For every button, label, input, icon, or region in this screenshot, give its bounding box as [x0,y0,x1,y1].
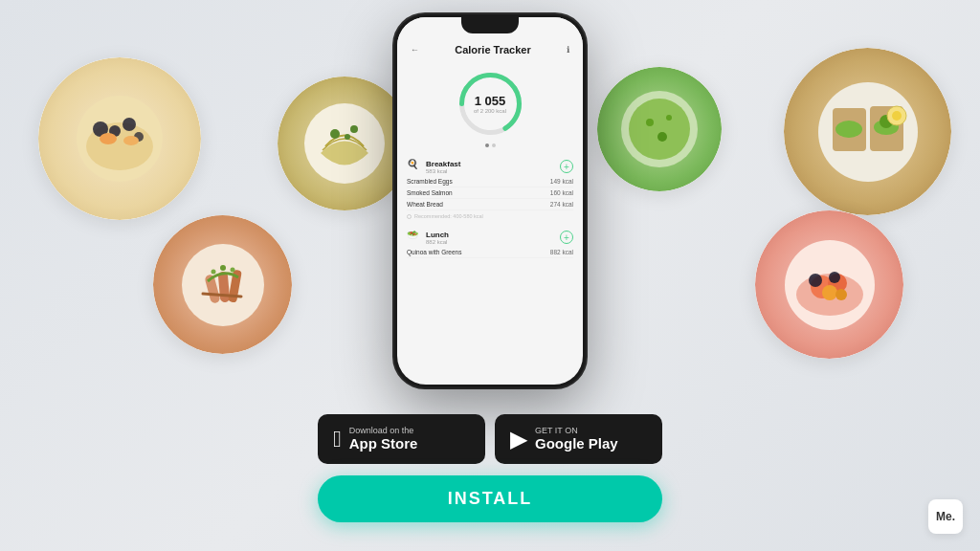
calorie-total: of 2 200 kcal [474,108,506,114]
info-icon: ℹ [567,45,569,55]
svg-point-16 [657,132,667,142]
svg-point-22 [220,265,226,271]
app-store-large-text: App Store [349,435,418,452]
food-item-eggs: Scrambled Eggs 149 kcal [407,176,573,187]
bread-kcal: 274 kcal [550,201,573,208]
quinoa-name: Quinoa with Greens [407,249,461,255]
food-circle-bowl [755,210,903,359]
lunch-header: 🥗 Lunch 882 kcal + [407,226,573,247]
svg-point-38 [809,274,822,287]
food-circle-pasta [278,77,412,210]
google-play-icon: ▶ [510,426,527,452]
app-store-small-text: Download on the [349,426,418,436]
google-play-text: GET IT ON Google Play [535,426,618,453]
calorie-ring: 1 055 of 2 200 kcal [455,68,526,140]
quinoa-kcal: 882 kcal [550,249,573,255]
svg-point-24 [230,267,234,272]
food-item-quinoa: Quinoa with Greens 882 kcal [407,247,573,258]
calorie-number: 1 055 [474,94,506,109]
breakfast-title-area: 🍳 Breakfast 583 kcal [407,159,460,174]
svg-point-6 [100,133,117,144]
food-circle-oatmeal [38,57,201,220]
recommended-label: Recommended: 400-580 kcal [414,213,483,219]
lunch-kcal: 882 kcal [426,239,449,245]
store-buttons-container:  Download on the App Store ▶ GET IT ON … [318,414,662,464]
food-item-salmon: Smoked Salmon 160 kcal [407,187,573,199]
lunch-title-area: 🥗 Lunch 882 kcal [407,230,449,245]
svg-point-40 [822,285,837,300]
dot-1 [485,143,489,147]
food-circle-toast [784,48,951,215]
google-play-small-text: GET IT ON [535,426,618,436]
food-item-bread: Wheat Bread 274 kcal [407,199,573,210]
phone-screen: ← Calorie Tracker ℹ 1 055 of 2 200 kcal [397,17,583,385]
dot-2 [492,143,496,147]
app-store-text: Download on the App Store [349,426,418,453]
food-circle-smoothie [597,67,722,191]
rec-dot [407,214,412,219]
salmon-name: Smoked Salmon [407,189,453,196]
phone-notch [461,14,519,33]
svg-point-23 [211,269,215,274]
svg-point-14 [646,119,654,126]
app-store-button[interactable]:  Download on the App Store [318,414,485,464]
breakfast-info: Breakfast 583 kcal [426,160,460,174]
install-button[interactable]: INSTALL [318,475,662,522]
google-play-button[interactable]: ▶ GET IT ON Google Play [495,414,662,464]
phone-mockup: ← Calorie Tracker ℹ 1 055 of 2 200 kcal [394,14,586,387]
eggs-name: Scrambled Eggs [407,178,453,185]
lunch-info: Lunch 882 kcal [426,231,449,245]
bread-name: Wheat Bread [407,201,443,208]
lunch-icon: 🥗 [407,230,422,245]
svg-point-15 [666,115,672,121]
eggs-kcal: 149 kcal [550,178,573,185]
svg-point-39 [829,272,840,283]
app-title: Calorie Tracker [455,44,531,55]
breakfast-icon: 🍳 [407,159,422,174]
lunch-name: Lunch [426,231,449,239]
google-play-large-text: Google Play [535,435,618,452]
phone-body: ← Calorie Tracker ℹ 1 055 of 2 200 kcal [394,14,586,387]
lunch-add-button[interactable]: + [560,231,573,244]
carousel-dots [485,143,496,147]
breakfast-kcal: 583 kcal [426,168,460,174]
svg-point-11 [345,134,350,140]
svg-point-3 [122,118,136,131]
svg-point-7 [123,136,139,145]
svg-point-33 [892,111,902,121]
recommended-text: Recommended: 400-580 kcal [407,210,573,222]
svg-point-41 [835,289,847,300]
svg-point-28 [835,121,862,138]
svg-point-13 [629,99,690,160]
breakfast-header: 🍳 Breakfast 583 kcal + [407,155,573,176]
calorie-circle-section: 1 055 of 2 200 kcal [397,63,583,155]
lunch-section: 🥗 Lunch 882 kcal + Quinoa with Greens 88… [397,226,583,262]
salmon-kcal: 160 kcal [550,189,573,196]
breakfast-add-button[interactable]: + [560,160,573,173]
logo-badge: Me. [928,499,963,534]
calorie-text: 1 055 of 2 200 kcal [474,94,506,115]
breakfast-name: Breakfast [426,160,460,168]
svg-point-10 [350,125,358,133]
breakfast-section: 🍳 Breakfast 583 kcal + Scrambled Eggs 14… [397,155,583,226]
bottom-area:  Download on the App Store ▶ GET IT ON … [289,414,691,522]
svg-point-9 [330,129,340,139]
apple-icon:  [333,426,342,452]
food-circle-asparagus [153,215,292,354]
back-icon: ← [411,45,419,55]
